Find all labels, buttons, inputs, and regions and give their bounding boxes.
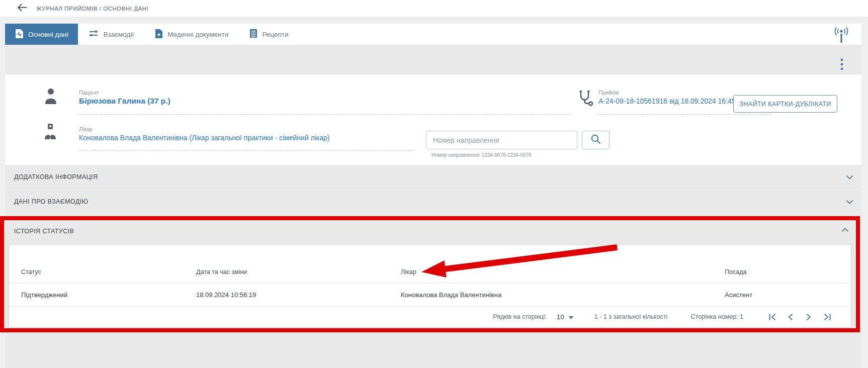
tab-medical-documents[interactable]: Медичні документи [144,24,239,45]
patient-name-link[interactable]: Бірюзова Галина (37 р.) [79,97,170,106]
section-title: ІСТОРІЯ СТАТУСІВ [14,228,74,235]
doctor-name-link[interactable]: Коновалова Влада Валентинівна (Лікар заг… [79,134,329,142]
back-button[interactable] [17,4,28,13]
status-history-table: Статус Дата та час зміни Лікар Посада Пі… [9,245,851,327]
dashed-divider [598,114,771,115]
tab-label: Взаємодії [103,31,134,38]
section-interaction-data[interactable]: ДАНІ ПРО ВЗАЄМОДІЮ [5,190,861,214]
referral-hint: Номер направлення: 1234-5678-1234-5678 [431,152,532,158]
section-additional-info[interactable]: ДОДАТКОВА ІНФОРМАЦІЯ [5,165,861,190]
previous-page-button[interactable] [785,311,797,322]
first-page-button[interactable] [766,311,778,322]
dashed-divider [79,150,414,151]
dashed-divider [79,114,571,115]
tab-label: Медичні документи [167,31,228,38]
kebab-dots-icon [840,58,844,72]
column-header-position: Посада [725,268,839,275]
document-pulse-icon [15,29,24,40]
last-page-icon [823,313,831,321]
find-duplicates-button[interactable]: ЗНАЙТИ КАРТКИ-ДУБЛІКАТИ [733,95,837,113]
last-page-button[interactable] [821,311,833,322]
kebab-menu-button[interactable] [836,55,847,75]
tab-main-data[interactable]: Основні дані [5,24,78,45]
annotation-red-box: ІСТОРІЯ СТАТУСІВ Статус Дата та час змін… [0,216,860,332]
tab-label: Рецепти [262,31,288,38]
tab-label: Основні дані [28,31,68,38]
rows-per-page-value: 10 [557,313,564,321]
tab-interactions[interactable]: Взаємодії [78,24,144,45]
column-header-doctor: Лікар [401,268,725,275]
chevron-up-icon [841,225,849,234]
pagination-page-number: Сторінка номер: 1 [690,313,743,320]
cell-datetime: 18.09.2024 10:56:19 [196,291,401,299]
swap-arrows-icon [89,30,99,39]
section-status-history[interactable]: ІСТОРІЯ СТАТУСІВ [4,220,856,242]
stethoscope-icon [577,89,593,108]
file-plus-icon [155,29,163,40]
patient-label: Пацієнт [79,89,99,96]
rows-per-page-select[interactable]: 10 [554,313,576,321]
section-title: ДАНІ ПРО ВЗАЄМОДІЮ [14,198,88,205]
top-bar: ЖУРНАЛ ПРИЙОМІВ / ОСНОВНІ ДАНІ [0,0,868,17]
cell-doctor: Коновалова Влада Валентинівна [401,291,725,299]
table-pagination: Рядків на сторінці: 10 1 - 1 з загальної… [9,307,851,327]
rows-per-page-label: Рядків на сторінці: [493,313,547,320]
caret-down-icon [569,313,573,321]
patient-card: Пацієнт Бірюзова Галина (37 р.) Прийом А… [5,74,861,165]
table-row[interactable]: Підтверджений 18.09.2024 10:56:19 Конова… [9,283,851,307]
next-page-button[interactable] [803,311,815,322]
column-header-status: Статус [21,268,196,275]
tab-bar: Основні дані Взаємодії Медичні документи… [5,24,861,45]
breadcrumb[interactable]: ЖУРНАЛ ПРИЙОМІВ / ОСНОВНІ ДАНІ [36,6,148,12]
cell-status: Підтверджений [21,291,196,299]
chevron-down-icon [846,172,853,181]
cell-position: Асистент [725,291,839,299]
table-header-row: Статус Дата та час зміни Лікар Посада [9,245,851,283]
column-header-datetime: Дата та час зміни [196,268,401,275]
arrow-left-icon [17,4,27,13]
chevron-down-icon [846,197,853,206]
appointment-label: Прийом [598,89,619,96]
doctor-icon [44,124,56,142]
referral-number-input[interactable] [426,131,577,149]
search-icon [590,134,601,146]
doctor-label: Лікар [79,126,93,132]
tab-recipes[interactable]: Рецепти [239,24,299,45]
pagination-range: 1 - 1 з загальної кількості [594,313,668,320]
chevron-right-icon [806,313,812,321]
search-button[interactable] [582,131,610,149]
chevron-left-icon [788,313,794,321]
receipt-lines-icon [249,29,257,40]
person-icon [44,87,57,107]
appointment-number-link[interactable]: А-24-09-18-10561916 від 18.09.2024 16:45 [598,97,735,105]
first-page-icon [768,313,777,321]
broadcast-antenna-icon[interactable] [831,25,851,45]
section-title: ДОДАТКОВА ІНФОРМАЦІЯ [14,173,98,180]
